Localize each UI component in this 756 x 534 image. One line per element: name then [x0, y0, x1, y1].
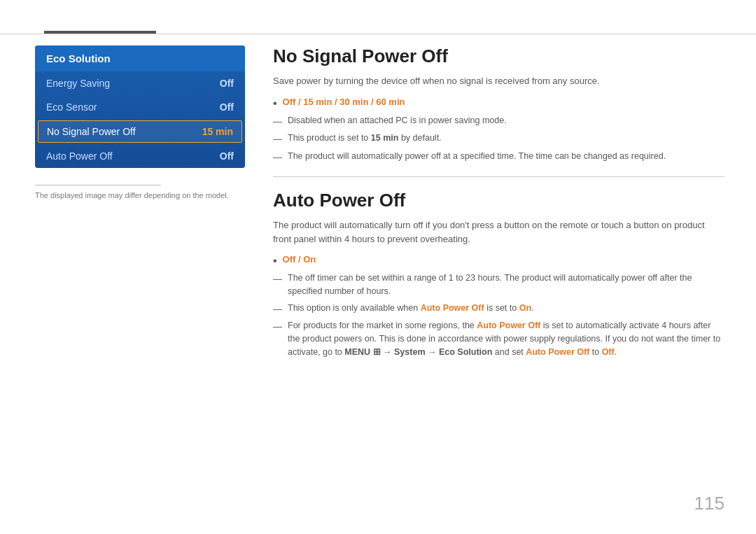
- eco-solution-menu: Eco Solution Energy Saving Off Eco Senso…: [35, 45, 245, 168]
- menu-item-energy-saving[interactable]: Energy Saving Off: [35, 71, 245, 95]
- auto-power-dash-text-3: For products for the market in some regi…: [288, 319, 724, 358]
- no-signal-dash-2: — This product is set to 15 min by defau…: [273, 132, 724, 146]
- menu-value-eco-sensor: Off: [220, 101, 234, 113]
- menu-label-eco-sensor: Eco Sensor: [46, 101, 97, 113]
- bullet-dot-1: •: [273, 97, 277, 110]
- no-signal-dash-1: — Disabled when an attached PC is in pow…: [273, 114, 724, 129]
- dash-mark-5: —: [273, 302, 282, 316]
- auto-power-options: Off / On: [283, 254, 316, 265]
- menu-value-no-signal: 15 min: [202, 126, 233, 137]
- auto-power-dash-text-2: This option is only available when Auto …: [288, 302, 534, 315]
- menu-item-eco-sensor[interactable]: Eco Sensor Off: [35, 95, 245, 119]
- menu-value-energy-saving: Off: [220, 78, 234, 89]
- auto-power-dash-1: — The off timer can be set within a rang…: [273, 272, 724, 298]
- no-signal-dash-text-2: This product is set to 15 min by default…: [288, 132, 442, 145]
- eco-solution-header: Eco Solution: [35, 45, 245, 71]
- auto-power-title: Auto Power Off: [273, 190, 724, 211]
- no-signal-title: No Signal Power Off: [273, 45, 724, 67]
- no-signal-dash-text-1: Disabled when an attached PC is in power…: [288, 114, 507, 127]
- top-divider: [0, 34, 756, 34]
- auto-power-dash-text-1: The off timer can be set within a range …: [288, 272, 724, 298]
- dash-mark-6: —: [273, 320, 282, 334]
- no-signal-bullet: • Off / 15 min / 30 min / 60 min: [273, 97, 724, 110]
- left-panel-divider: [35, 185, 161, 185]
- auto-power-dash-3: — For products for the market in some re…: [273, 319, 724, 358]
- section-divider: [273, 176, 724, 177]
- auto-power-intro: The product will automatically turn off …: [273, 218, 724, 246]
- no-signal-dash-3: — The product will automatically power o…: [273, 150, 724, 164]
- menu-item-no-signal-power-off[interactable]: No Signal Power Off 15 min: [38, 120, 242, 143]
- bullet-dot-2: •: [273, 255, 277, 267]
- auto-power-dash-2: — This option is only available when Aut…: [273, 302, 724, 316]
- auto-power-bullet: • Off / On: [273, 254, 724, 267]
- menu-label-no-signal: No Signal Power Off: [47, 126, 136, 137]
- menu-item-auto-power-off[interactable]: Auto Power Off Off: [35, 144, 245, 168]
- dash-mark-1: —: [273, 115, 282, 129]
- menu-label-auto-power: Auto Power Off: [46, 150, 113, 162]
- no-signal-dash-text-3: The product will automatically power off…: [288, 150, 666, 163]
- right-content: No Signal Power Off Save power by turnin…: [273, 45, 724, 362]
- left-panel-note: The displayed image may differ depending…: [35, 191, 245, 199]
- dash-mark-3: —: [273, 150, 282, 164]
- page-number: 115: [694, 493, 724, 514]
- dash-mark-4: —: [273, 272, 282, 286]
- dash-mark-2: —: [273, 132, 282, 146]
- menu-label-energy-saving: Energy Saving: [46, 78, 110, 89]
- left-panel: Eco Solution Energy Saving Off Eco Senso…: [35, 45, 245, 199]
- menu-value-auto-power: Off: [220, 150, 234, 162]
- no-signal-intro: Save power by turning the device off whe…: [273, 74, 724, 88]
- no-signal-options: Off / 15 min / 30 min / 60 min: [283, 97, 405, 107]
